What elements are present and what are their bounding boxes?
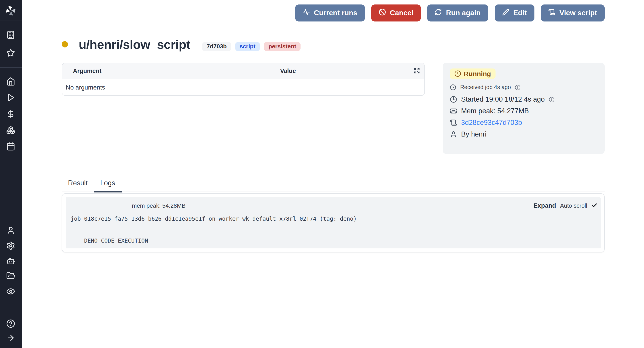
log-mem-peak: mem peak: 54.28MB (132, 202, 186, 209)
windmill-logo[interactable] (5, 5, 16, 17)
memory-icon (450, 107, 457, 115)
activity-icon (303, 9, 310, 18)
clock-icon (450, 84, 456, 90)
user-icon[interactable] (6, 226, 15, 235)
sidebar (0, 0, 22, 348)
column-header-value: Value (152, 63, 424, 79)
settings-icon[interactable] (6, 241, 15, 250)
arguments-table: Argument Value No arguments (62, 63, 425, 96)
started-row: Started 19:00 18/12 4s ago (450, 95, 554, 103)
job-info-panel: Running Received job 4s ago Started 19:0… (443, 63, 605, 154)
dollar-icon[interactable] (6, 110, 15, 119)
play-icon[interactable] (6, 93, 15, 102)
refresh-icon (435, 9, 442, 18)
info-icon[interactable] (549, 97, 554, 102)
help-icon[interactable] (6, 319, 15, 328)
column-header-argument: Argument (73, 63, 102, 79)
current-runs-button[interactable]: Current runs (295, 5, 365, 22)
button-label: Edit (513, 9, 526, 17)
auto-scroll-label[interactable]: Auto scroll (560, 202, 587, 209)
script-hash-link[interactable]: 3d28ce93c47d703b (461, 119, 522, 127)
info-icon[interactable] (515, 84, 521, 90)
author-text: By henri (461, 130, 486, 138)
main-content: Current runs Cancel Run again Edit View … (62, 0, 605, 348)
check-icon[interactable] (591, 202, 598, 209)
action-toolbar: Current runs Cancel Run again Edit View … (295, 5, 605, 22)
run-again-button[interactable]: Run again (427, 5, 488, 22)
tab-logs[interactable]: Logs (94, 178, 122, 192)
cancel-button[interactable]: Cancel (371, 5, 421, 22)
received-text: Received job 4s ago (460, 84, 511, 90)
tab-result[interactable]: Result (62, 178, 94, 192)
clock-icon (450, 96, 457, 103)
calendar-icon[interactable] (6, 142, 15, 151)
status-badge: Running (450, 69, 496, 79)
script-hash-row: 3d28ce93c47d703b (450, 119, 522, 127)
ban-icon (379, 9, 386, 18)
view-script-button[interactable]: View script (541, 5, 605, 22)
kind-badge: script (235, 42, 260, 51)
sidebar-divider (0, 67, 22, 68)
boxes-icon[interactable] (6, 126, 15, 135)
user-icon (450, 131, 457, 138)
badge-row: 7d703b script persistent (202, 42, 301, 51)
button-label: Run again (446, 9, 481, 17)
mem-peak-text: Mem peak: 54.277MB (461, 107, 529, 115)
hash-badge: 7d703b (202, 42, 231, 51)
robot-icon[interactable] (6, 256, 15, 265)
log-content: job 018c7e15-fa75-13d6-b626-dd1c1ea95e1f… (71, 215, 357, 245)
author-row: By henri (450, 130, 486, 138)
expand-logs-button[interactable]: Expand (533, 202, 556, 209)
edit-button[interactable]: Edit (494, 5, 534, 22)
button-label: View script (560, 9, 597, 17)
status-label: Running (464, 70, 491, 78)
page-title: u/henri/slow_script (79, 38, 190, 52)
arrow-right-icon[interactable] (6, 333, 15, 342)
logs-panel: mem peak: 54.28MB Expand Auto scroll job… (62, 193, 605, 252)
clock-icon (454, 70, 461, 77)
job-status-dot (62, 41, 68, 48)
expand-table-icon[interactable] (414, 68, 420, 74)
sidebar-divider (0, 21, 22, 21)
received-row: Received job 4s ago (450, 84, 521, 90)
star-icon[interactable] (6, 48, 15, 57)
button-label: Current runs (314, 9, 357, 17)
button-label: Cancel (390, 9, 414, 17)
no-arguments-message: No arguments (62, 79, 424, 95)
folder-icon[interactable] (6, 271, 15, 280)
arguments-table-header: Argument Value (62, 63, 424, 79)
log-controls: Expand Auto scroll (533, 202, 598, 209)
scroll-icon (450, 119, 457, 126)
started-text: Started 19:00 18/12 4s ago (461, 95, 545, 103)
logs-viewer: mem peak: 54.28MB Expand Auto scroll job… (66, 197, 600, 248)
page: Current runs Cancel Run again Edit View … (0, 0, 644, 348)
result-logs-tabs: Result Logs (62, 178, 605, 192)
building-icon[interactable] (6, 31, 15, 39)
pencil-icon (502, 9, 509, 18)
scroll-icon (548, 9, 556, 18)
home-icon[interactable] (6, 77, 15, 86)
persistent-badge: persistent (264, 42, 300, 51)
eye-icon[interactable] (6, 287, 15, 296)
mem-peak-row: Mem peak: 54.277MB (450, 107, 529, 115)
